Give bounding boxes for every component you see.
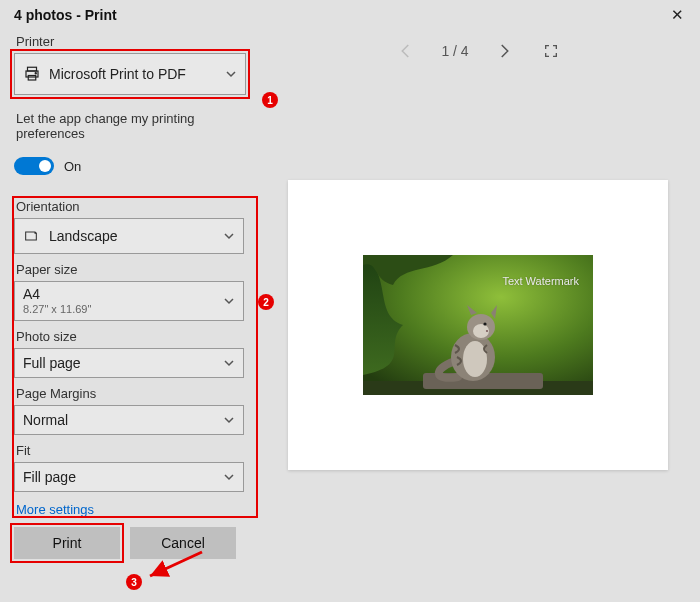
margins-dropdown[interactable]: Normal xyxy=(14,405,244,435)
fit-label: Fit xyxy=(16,443,252,458)
orientation-value: Landscape xyxy=(49,228,118,244)
more-settings-link[interactable]: More settings xyxy=(16,502,252,517)
pref-toggle[interactable] xyxy=(14,157,54,175)
page-position: 1 / 4 xyxy=(441,43,468,59)
svg-point-12 xyxy=(483,322,486,325)
photo-size-dropdown[interactable]: Full page xyxy=(14,348,244,378)
pref-text: Let the app change my printing preferenc… xyxy=(16,111,252,141)
margins-label: Page Margins xyxy=(16,386,252,401)
photo-size-label: Photo size xyxy=(16,329,252,344)
printer-icon xyxy=(23,65,41,83)
close-icon[interactable]: ✕ xyxy=(667,6,688,24)
annotation-badge-2: 2 xyxy=(258,294,274,310)
chevron-down-icon xyxy=(223,230,235,242)
fit-value: Fill page xyxy=(23,469,76,485)
prev-page-icon[interactable] xyxy=(393,38,419,64)
paper-size-sub: 8.27" x 11.69" xyxy=(23,303,91,316)
svg-point-13 xyxy=(486,330,488,332)
cancel-button[interactable]: Cancel xyxy=(130,527,236,559)
annotation-badge-3: 3 xyxy=(126,574,142,590)
annotation-badge-1: 1 xyxy=(262,92,278,108)
pref-state: On xyxy=(64,159,81,174)
print-dialog-window: 4 photos - Print ✕ Printer Microsoft Pri… xyxy=(0,0,700,602)
fullscreen-icon[interactable] xyxy=(539,39,563,63)
paper-size-label: Paper size xyxy=(16,262,252,277)
svg-rect-2 xyxy=(28,76,36,81)
printer-label: Printer xyxy=(16,34,252,49)
paper-size-value: A4 xyxy=(23,286,91,303)
window-title: 4 photos - Print xyxy=(14,7,117,23)
orientation-dropdown[interactable]: Landscape xyxy=(14,218,244,254)
preview-panel: 1 / 4 xyxy=(268,26,688,588)
printer-value: Microsoft Print to PDF xyxy=(49,66,186,82)
chevron-down-icon xyxy=(223,357,235,369)
next-page-icon[interactable] xyxy=(491,38,517,64)
photo-size-value: Full page xyxy=(23,355,81,371)
svg-point-9 xyxy=(463,341,487,377)
titlebar: 4 photos - Print ✕ xyxy=(0,0,700,26)
photo-preview: Text Watermark xyxy=(363,255,593,395)
page-sheet: Text Watermark xyxy=(288,180,668,470)
chevron-down-icon xyxy=(225,68,237,80)
svg-point-3 xyxy=(35,73,36,74)
fit-dropdown[interactable]: Fill page xyxy=(14,462,244,492)
print-button[interactable]: Print xyxy=(14,527,120,559)
orientation-label: Orientation xyxy=(16,199,252,214)
page-landscape-icon xyxy=(23,228,41,244)
settings-panel: Printer Microsoft Print to PDF 1 Let the… xyxy=(14,26,252,588)
paper-size-dropdown[interactable]: A4 8.27" x 11.69" xyxy=(14,281,244,321)
watermark-text: Text Watermark xyxy=(502,275,579,287)
margins-value: Normal xyxy=(23,412,68,428)
page-preview-area: Text Watermark xyxy=(268,72,688,588)
printer-dropdown[interactable]: Microsoft Print to PDF xyxy=(14,53,246,95)
chevron-down-icon xyxy=(223,295,235,307)
chevron-down-icon xyxy=(223,471,235,483)
chevron-down-icon xyxy=(223,414,235,426)
pager: 1 / 4 xyxy=(268,30,688,72)
